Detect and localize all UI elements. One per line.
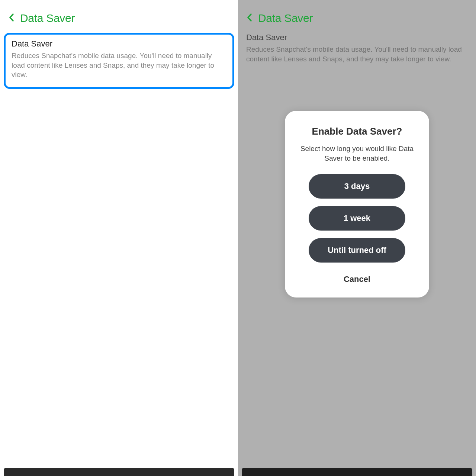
data-saver-row[interactable]: Data Saver Reduces Snapchat's mobile dat… bbox=[246, 33, 468, 64]
modal-title: Enable Data Saver? bbox=[297, 126, 417, 137]
bottom-bar bbox=[242, 468, 472, 476]
bottom-bar bbox=[4, 468, 234, 476]
enable-data-saver-modal: Enable Data Saver? Select how long you w… bbox=[285, 111, 429, 298]
modal-subtitle: Select how long you would like Data Save… bbox=[297, 144, 417, 163]
setting-title: Data Saver bbox=[12, 39, 226, 49]
cancel-button[interactable]: Cancel bbox=[344, 271, 370, 287]
right-screen: Data Saver Data Saver Reduces Snapchat's… bbox=[238, 0, 476, 476]
back-button[interactable] bbox=[245, 14, 254, 22]
option-3-days-button[interactable]: 3 days bbox=[309, 174, 405, 199]
data-saver-row[interactable]: Data Saver Reduces Snapchat's mobile dat… bbox=[4, 33, 234, 89]
option-until-off-button[interactable]: Until turned off bbox=[309, 238, 405, 263]
modal-options: 3 days 1 week Until turned off bbox=[297, 174, 417, 263]
option-1-week-button[interactable]: 1 week bbox=[309, 206, 405, 231]
setting-card: Data Saver Reduces Snapchat's mobile dat… bbox=[238, 30, 476, 64]
highlighted-setting-card: Data Saver Reduces Snapchat's mobile dat… bbox=[4, 33, 234, 89]
left-screen: Data Saver Data Saver Reduces Snapchat's… bbox=[0, 0, 238, 476]
page-title: Data Saver bbox=[258, 12, 313, 25]
header: Data Saver bbox=[0, 0, 238, 30]
back-button[interactable] bbox=[7, 14, 16, 22]
chevron-left-icon bbox=[247, 13, 252, 23]
chevron-left-icon bbox=[9, 13, 14, 23]
page-title: Data Saver bbox=[20, 12, 75, 25]
header: Data Saver bbox=[238, 0, 476, 30]
setting-description: Reduces Snapchat's mobile data usage. Yo… bbox=[246, 45, 468, 64]
setting-title: Data Saver bbox=[246, 33, 468, 42]
setting-description: Reduces Snapchat's mobile data usage. Yo… bbox=[12, 51, 226, 80]
